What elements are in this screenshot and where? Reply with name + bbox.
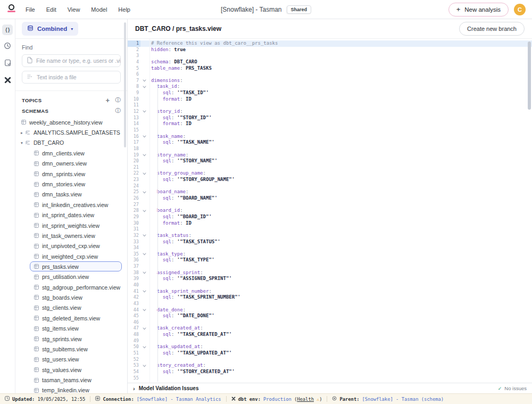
- code-line[interactable]: 13 sql: '"STORY_ID"': [128, 115, 532, 121]
- text-search-input[interactable]: Text inside a file: [22, 71, 121, 84]
- avatar[interactable]: C: [514, 4, 526, 15]
- code-line[interactable]: 18: [128, 146, 532, 152]
- fold-chevron-icon[interactable]: [140, 365, 148, 367]
- code-line[interactable]: 46: [128, 319, 532, 326]
- code-line[interactable]: 52: [128, 357, 532, 363]
- model-picker[interactable]: Combined ▾: [22, 22, 78, 36]
- code-line[interactable]: 55: [128, 375, 532, 382]
- tree-item-int_sprint_dates.view[interactable]: int_sprint_dates.view: [15, 210, 127, 220]
- code-line[interactable]: 12 story_id:: [128, 109, 532, 115]
- history-tab[interactable]: [2, 42, 13, 52]
- code-line[interactable]: 40: [128, 282, 532, 288]
- fold-chevron-icon[interactable]: [140, 135, 148, 138]
- code-line[interactable]: 14 format: ID: [128, 121, 532, 127]
- content-validator-tab[interactable]: [2, 59, 13, 69]
- tree-item-stg_users.view[interactable]: stg_users.view: [15, 354, 127, 365]
- fold-chevron-icon[interactable]: [140, 327, 148, 330]
- code-line[interactable]: 35 task_type:: [128, 251, 532, 258]
- tree-item-prs_utilisation.view[interactable]: prs_utilisation.view: [15, 271, 127, 282]
- fold-chevron-icon[interactable]: [140, 154, 148, 156]
- tree-item-weekly_absence_history.view[interactable]: weekly_absence_history.view: [15, 117, 127, 127]
- tree-item-prs_tasks.view[interactable]: prs_tasks.view: [30, 261, 122, 271]
- tree-item-dmn_clients.view[interactable]: dmn_clients.view: [15, 148, 127, 158]
- code-line[interactable]: 48 sql: '"TASK_CREATED_AT"': [128, 332, 532, 338]
- menu-edit[interactable]: Edit: [46, 6, 56, 13]
- tree-item-DBT_CARO[interactable]: ▾DBT_CARO: [15, 138, 127, 148]
- code-line[interactable]: 29 sql: '"BOARD_ID"': [128, 214, 532, 220]
- chevron-collapsed-icon[interactable]: ▸: [19, 130, 24, 135]
- code-line[interactable]: 41 task_sprint_number:: [128, 288, 532, 295]
- tree-item-stg_subitems.view[interactable]: stg_subitems.view: [15, 344, 127, 354]
- file-search-input[interactable]: File name or type, e.g. users or .view: [22, 54, 121, 67]
- code-line[interactable]: 26 sql: '"BOARD_NAME"': [128, 195, 532, 202]
- topics-info-icon[interactable]: ⓘ: [115, 96, 121, 104]
- code-line[interactable]: 31: [128, 226, 532, 233]
- code-line[interactable]: 27: [128, 202, 532, 208]
- fold-chevron-icon[interactable]: [140, 79, 148, 82]
- new-analysis-button[interactable]: + New analysis: [448, 3, 509, 17]
- fold-chevron-icon[interactable]: [140, 172, 148, 175]
- code-line[interactable]: 44 date_done:: [128, 307, 532, 314]
- fold-chevron-icon[interactable]: [140, 191, 148, 194]
- fold-chevron-icon[interactable]: [140, 110, 148, 113]
- tree-item-tasman_teams.view[interactable]: tasman_teams.view: [15, 375, 127, 385]
- code-line[interactable]: 32 task_status:: [128, 233, 532, 239]
- code-line[interactable]: 11: [128, 102, 532, 109]
- code-line[interactable]: 45 sql: '"DATE_DONE"': [128, 313, 532, 319]
- code-line[interactable]: 39 sql: '"ASSIGNED_SPRINT"': [128, 276, 532, 282]
- connection-link[interactable]: [Snowflake] - Tasman Analytics: [137, 397, 221, 402]
- code-line[interactable]: 28 board_id:: [128, 208, 532, 214]
- add-topic-icon[interactable]: +: [106, 97, 110, 104]
- code-line[interactable]: 20 sql: '"STORY_NAME"': [128, 158, 532, 164]
- sidebar-scrollbar[interactable]: [124, 22, 126, 147]
- model-validation-bar[interactable]: › Model Validation Issues ✓ No issues: [128, 383, 532, 393]
- tree-item-int_weighted_cxp.view[interactable]: int_weighted_cxp.view: [15, 251, 127, 261]
- parent-link[interactable]: [Snowflake] - Tasman (schema): [362, 397, 444, 402]
- code-line[interactable]: 2hidden: true: [128, 47, 532, 53]
- tree-item-dmn_tasks.view[interactable]: dmn_tasks.view: [15, 189, 127, 200]
- code-line[interactable]: 30 format: ID: [128, 220, 532, 227]
- menu-file[interactable]: File: [26, 6, 35, 13]
- code-line[interactable]: 6: [128, 71, 532, 78]
- code-line[interactable]: 24: [128, 183, 532, 189]
- code-line[interactable]: 3: [128, 53, 532, 59]
- code-line[interactable]: 33 sql: '"TASK_STATUS"': [128, 239, 532, 245]
- tree-item-stg_sprints.view[interactable]: stg_sprints.view: [15, 334, 127, 344]
- code-line[interactable]: 54 sql: '"STORY_CREATED_AT"': [128, 369, 532, 375]
- code-line[interactable]: 47 task_created_at:: [128, 325, 532, 332]
- fold-chevron-icon[interactable]: [140, 271, 148, 274]
- tree-item-dmn_owners.view[interactable]: dmn_owners.view: [15, 159, 127, 169]
- code-line[interactable]: 50 task_updated_at:: [128, 344, 532, 350]
- tree-item-int_linkedin_creatives.view[interactable]: int_linkedin_creatives.view: [15, 200, 127, 210]
- code-line[interactable]: 17 sql: '"TASK_NAME"': [128, 139, 532, 146]
- dbt-env-value[interactable]: Production: [263, 397, 292, 402]
- fold-chevron-icon[interactable]: [140, 253, 148, 255]
- code-line[interactable]: 19 story_name:: [128, 152, 532, 159]
- code-line[interactable]: 1# Reference this view as dbt_caro__prs_…: [128, 40, 532, 47]
- health-link[interactable]: Health: [297, 397, 314, 402]
- code-line[interactable]: 21: [128, 164, 532, 171]
- code-line[interactable]: 49: [128, 338, 532, 344]
- tree-item-dmn_stories.view[interactable]: dmn_stories.view: [15, 179, 127, 189]
- code-line[interactable]: 22 story_group_name:: [128, 170, 532, 177]
- tree-item-stg_clients.view[interactable]: stg_clients.view: [15, 303, 127, 313]
- tree-item-int_sprint_weights.view[interactable]: int_sprint_weights.view: [15, 220, 127, 230]
- tree-item-int_task_owners.view[interactable]: int_task_owners.view: [15, 230, 127, 241]
- code-line[interactable]: 38 assigned_sprint:: [128, 270, 532, 276]
- model-ide-tab[interactable]: { }: [2, 24, 13, 35]
- code-line[interactable]: 4schema: DBT_CARO: [128, 59, 532, 65]
- menu-help[interactable]: Help: [118, 6, 130, 13]
- tree-item-stg_deleted_items.view[interactable]: stg_deleted_items.view: [15, 313, 127, 323]
- tree-item-stg_values.view[interactable]: stg_values.view: [15, 365, 127, 375]
- code-line[interactable]: 25 board_name:: [128, 189, 532, 195]
- menu-model[interactable]: Model: [91, 6, 107, 13]
- code-line[interactable]: 42 sql: '"TASK_SPRINT_NUMBER"': [128, 294, 532, 301]
- fold-chevron-icon[interactable]: [140, 346, 148, 349]
- tree-item-temp_linkedin.view[interactable]: temp_linkedin.view: [15, 385, 127, 393]
- omni-logo[interactable]: [6, 4, 16, 15]
- code-line[interactable]: 23 sql: '"STORY_GROUP_NAME"': [128, 177, 532, 183]
- tree-item-stg_boards.view[interactable]: stg_boards.view: [15, 292, 127, 302]
- code-editor[interactable]: 1# Reference this view as dbt_caro__prs_…: [128, 39, 532, 383]
- fold-chevron-icon[interactable]: [140, 234, 148, 237]
- code-line[interactable]: 34: [128, 245, 532, 251]
